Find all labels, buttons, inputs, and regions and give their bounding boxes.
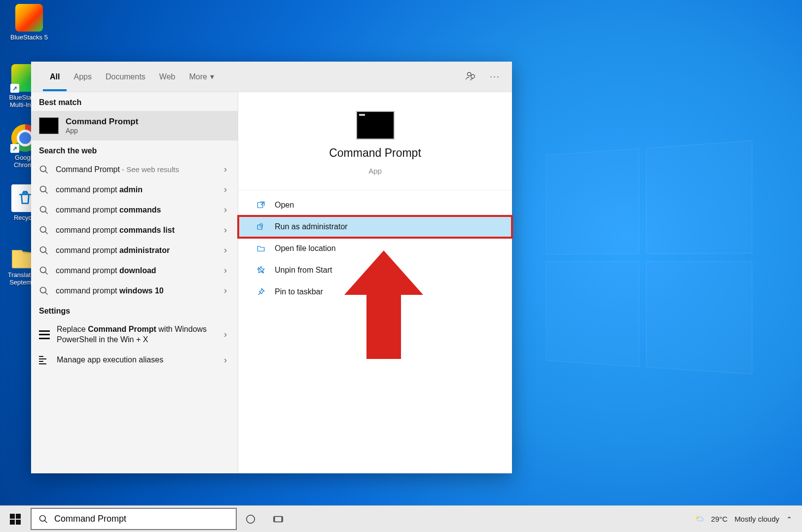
folder-location-icon <box>256 244 266 253</box>
settings-header: Settings <box>31 301 238 319</box>
chevron-right-icon: › <box>224 205 230 215</box>
desktop-icon-bluestacks5[interactable]: BlueStacks 5 <box>7 4 51 41</box>
svg-point-8 <box>40 287 46 293</box>
taskbar-search-input[interactable] <box>54 514 229 524</box>
action-label: Open <box>275 201 294 210</box>
taskbar: 29°C Mostly cloudy ⌄ <box>0 505 802 532</box>
chevron-right-icon: › <box>224 184 230 195</box>
svg-point-12 <box>40 515 46 521</box>
chevron-right-icon: › <box>224 355 230 365</box>
cmd-app-icon <box>356 111 395 140</box>
web-result-row[interactable]: command prompt commands › <box>31 200 238 220</box>
search-icon <box>39 286 49 296</box>
alias-list-icon <box>39 356 50 364</box>
terminal-toggle-icon <box>39 330 50 339</box>
pin-icon <box>256 287 266 297</box>
search-icon <box>39 225 49 235</box>
svg-point-6 <box>40 247 46 252</box>
tab-web[interactable]: Web <box>152 63 182 91</box>
action-label: Pin to taskbar <box>275 287 323 296</box>
web-result-row[interactable]: command prompt windows 10 › <box>31 281 238 301</box>
windows-watermark <box>546 140 760 383</box>
web-result-row[interactable]: command prompt commands list › <box>31 220 238 240</box>
search-icon <box>39 165 49 175</box>
action-run-as-administrator[interactable]: Run as administrator <box>238 216 512 238</box>
action-label: Unpin from Start <box>275 266 332 275</box>
svg-point-7 <box>40 267 46 273</box>
action-label: Open file location <box>275 244 336 253</box>
svg-rect-9 <box>257 203 263 208</box>
search-icon <box>39 266 49 276</box>
detail-app-subtitle: App <box>368 167 382 185</box>
chevron-right-icon: › <box>224 265 230 276</box>
search-web-header: Search the web <box>31 141 238 159</box>
unpin-icon <box>256 265 266 275</box>
settings-result-row[interactable]: Manage app execution aliases › <box>31 350 238 370</box>
system-tray[interactable]: 29°C Mostly cloudy ⌄ <box>685 506 802 532</box>
svg-rect-14 <box>275 516 282 522</box>
more-options-icon[interactable]: ··· <box>490 71 500 82</box>
best-match-title: Command Prompt <box>66 117 138 127</box>
svg-point-0 <box>468 72 471 75</box>
action-pin-to-taskbar[interactable]: Pin to taskbar <box>238 281 512 303</box>
action-open[interactable]: Open <box>238 194 512 216</box>
svg-rect-10 <box>257 225 262 229</box>
chevron-right-icon: › <box>224 285 230 296</box>
tab-apps[interactable]: Apps <box>67 63 98 91</box>
search-results-list: Best match Command Prompt App Search the… <box>31 92 238 473</box>
cmd-thumbnail-icon <box>39 117 59 134</box>
settings-result-row[interactable]: Replace Command Prompt with Windows Powe… <box>31 319 238 350</box>
action-label: Run as administrator <box>275 222 348 231</box>
search-icon <box>39 185 49 195</box>
cortana-button[interactable] <box>237 506 264 532</box>
svg-point-2 <box>40 166 46 172</box>
weather-temperature: 29°C <box>711 515 728 523</box>
web-result-row[interactable]: Command Prompt - See web results › <box>31 159 238 179</box>
chevron-right-icon: › <box>224 245 230 255</box>
search-icon <box>39 205 49 215</box>
chevron-right-icon: › <box>224 329 230 340</box>
desktop-icon-label: BlueStacks 5 <box>10 34 48 41</box>
web-result-row[interactable]: command prompt download › <box>31 260 238 281</box>
tab-more[interactable]: More▾ <box>182 62 220 91</box>
weather-description: Mostly cloudy <box>734 515 779 523</box>
svg-point-3 <box>40 186 46 192</box>
start-search-panel: All Apps Documents Web More▾ ··· Best ma… <box>31 62 512 473</box>
search-filter-tabs: All Apps Documents Web More▾ ··· <box>31 62 512 92</box>
weather-icon <box>694 514 704 524</box>
taskbar-search-box[interactable] <box>31 508 237 530</box>
web-result-row[interactable]: command prompt administrator › <box>31 240 238 260</box>
task-view-button[interactable] <box>264 506 292 532</box>
best-match-subtitle: App <box>66 127 138 135</box>
chevron-down-icon: ▾ <box>210 72 214 81</box>
start-button[interactable] <box>0 506 31 532</box>
search-icon <box>39 246 49 255</box>
best-match-command-prompt[interactable]: Command Prompt App <box>31 111 238 141</box>
search-detail-pane: Command Prompt App Open Run as administr… <box>238 92 512 473</box>
action-open-file-location[interactable]: Open file location <box>238 238 512 259</box>
feedback-icon[interactable] <box>465 71 476 83</box>
open-icon <box>256 200 266 210</box>
tray-overflow-chevron-icon[interactable]: ⌄ <box>786 515 792 523</box>
bluestacks-icon <box>15 4 43 32</box>
tab-documents[interactable]: Documents <box>99 63 152 91</box>
detail-app-title: Command Prompt <box>329 146 421 160</box>
shortcut-arrow-icon: ↗ <box>10 84 19 93</box>
search-icon <box>38 514 48 524</box>
svg-point-5 <box>40 226 46 232</box>
shortcut-arrow-icon: ↗ <box>10 144 19 153</box>
admin-shield-icon <box>256 222 266 232</box>
svg-point-4 <box>40 206 46 212</box>
best-match-header: Best match <box>31 92 238 111</box>
chevron-right-icon: › <box>224 164 230 175</box>
windows-logo-icon <box>10 514 21 525</box>
chevron-right-icon: › <box>224 225 230 235</box>
tab-all[interactable]: All <box>43 63 67 91</box>
svg-point-1 <box>471 74 474 78</box>
svg-point-13 <box>247 515 255 523</box>
web-result-row[interactable]: command prompt admin › <box>31 179 238 200</box>
action-unpin-from-start[interactable]: Unpin from Start <box>238 259 512 281</box>
